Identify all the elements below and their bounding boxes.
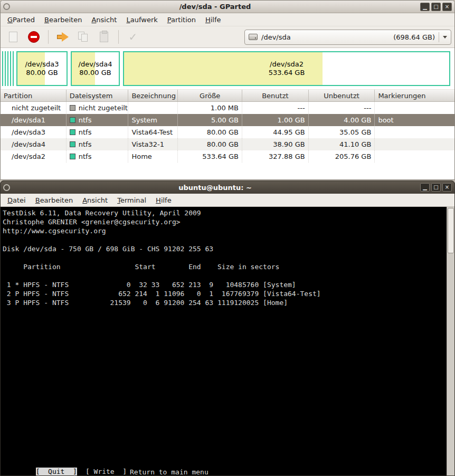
delete-icon <box>28 31 40 43</box>
cell-used: 1.00 GB <box>242 114 309 126</box>
cell-filesystem: ntfs <box>79 116 92 124</box>
device-size: (698.64 GB) <box>393 33 435 41</box>
cell-unused: 35.05 GB <box>309 126 375 138</box>
terminal-line: Partition Start End Size in sectors <box>3 262 445 271</box>
partition-box-sda3[interactable]: /dev/sda3 80.00 GB <box>16 51 68 86</box>
table-row[interactable]: nicht zugeteilt nicht zugeteilt 1.00 MB … <box>1 102 454 114</box>
menu-bearbeiten[interactable]: Bearbeiten <box>40 14 87 25</box>
table-row[interactable]: /dev/sda4 ntfs Vista32-1 80.00 GB 38.90 … <box>1 138 454 150</box>
cell-flags <box>375 150 454 163</box>
menu-ansicht[interactable]: Ansicht <box>78 195 112 206</box>
menu-gparted[interactable]: GParted <box>3 14 40 25</box>
cell-label: System <box>128 114 178 126</box>
table-row-selected[interactable]: /dev/sda1 ntfs System 5.00 GB 1.00 GB 4.… <box>1 114 454 126</box>
terminal-scrollbar[interactable] <box>447 207 454 475</box>
toolbar-separator <box>118 30 119 44</box>
minimize-button[interactable]: ▁ <box>420 183 430 192</box>
cell-unused: 41.10 GB <box>309 138 375 150</box>
cell-label: Vista64-Test <box>128 126 178 138</box>
menu-hilfe[interactable]: Hilfe <box>201 14 226 25</box>
apply-check-icon: ✓ <box>129 32 138 42</box>
menu-bearbeiten[interactable]: Bearbeiten <box>31 195 78 206</box>
small-partitions-stripe[interactable] <box>2 51 15 86</box>
menu-ansicht[interactable]: Ansicht <box>87 14 121 25</box>
delete-partition-button[interactable] <box>24 28 43 46</box>
column-header-unbenutzt: Unbenutzt <box>309 90 375 102</box>
menu-partition[interactable]: Partition <box>163 14 201 25</box>
copy-button[interactable] <box>74 28 93 46</box>
terminal-line <box>3 271 445 280</box>
fs-color-swatch <box>70 141 75 147</box>
maximize-button[interactable]: □ <box>431 183 441 192</box>
table-row[interactable]: /dev/sda2 ntfs Home 533.64 GB 327.88 GB … <box>1 150 454 163</box>
maximize-button[interactable]: □ <box>431 3 441 11</box>
quit-button[interactable]: [ Quit ] <box>36 468 77 475</box>
cell-partition: /dev/sda4 <box>1 138 67 150</box>
window-menu-icon[interactable] <box>3 184 10 191</box>
partition-box-size: 533.64 GB <box>269 69 305 77</box>
terminal-line <box>3 253 445 262</box>
cell-flags <box>375 126 454 138</box>
column-header-groesse: Größe <box>178 90 242 102</box>
cell-label: Home <box>128 150 178 163</box>
terminal-line: Christophe GRENIER <grenier@cgsecurity.o… <box>3 217 445 226</box>
fs-color-swatch <box>70 117 75 123</box>
cell-size: 80.00 GB <box>178 138 242 150</box>
toolbar-separator <box>48 30 49 44</box>
close-button[interactable]: × <box>442 183 452 192</box>
gparted-window: /dev/sda - GParted ▁ □ × GParted Bearbei… <box>0 0 455 180</box>
menu-terminal[interactable]: Terminal <box>112 195 151 206</box>
cell-unused: 205.76 GB <box>309 150 375 163</box>
partition-box-name: /dev/sda4 <box>79 60 112 69</box>
cell-unused: 4.00 GB <box>309 114 375 126</box>
terminal-screen[interactable]: TestDisk 6.11, Data Recovery Utility, Ap… <box>1 207 454 475</box>
cell-label <box>128 102 178 114</box>
minimize-button[interactable]: ▁ <box>420 3 430 11</box>
partition-box-size: 80.00 GB <box>79 69 111 77</box>
cell-used: --- <box>242 102 309 114</box>
menu-datei[interactable]: Datei <box>3 195 31 206</box>
fs-color-swatch <box>70 129 75 135</box>
cell-label: Vista32-1 <box>128 138 178 150</box>
copy-icon <box>78 32 89 42</box>
terminal-menubar: Datei Bearbeiten Ansicht Terminal Hilfe <box>1 194 454 207</box>
apply-button[interactable]: ✓ <box>124 28 143 46</box>
resize-move-button[interactable] <box>53 28 72 46</box>
cell-filesystem: ntfs <box>79 140 92 148</box>
device-selector[interactable]: /dev/sda (698.64 GB) <box>244 30 451 45</box>
terminal-line: 3 P HPFS - NTFS 21539 0 6 91200 254 63 1… <box>3 298 445 307</box>
terminal-window: ubuntu@ubuntu: ~ ▁ □ × Datei Bearbeiten … <box>0 180 455 476</box>
drive-icon <box>249 34 258 40</box>
cell-used: 38.90 GB <box>242 138 309 150</box>
partition-box-name: /dev/sda3 <box>25 60 59 69</box>
column-header-benutzt: Benutzt <box>242 90 309 102</box>
column-header-dateisystem: Dateisystem <box>67 90 129 102</box>
fs-color-swatch <box>70 154 75 159</box>
menu-hilfe[interactable]: Hilfe <box>151 195 176 206</box>
scrollbar-thumb[interactable] <box>448 208 454 253</box>
new-partition-icon <box>9 32 17 42</box>
testdisk-hint: Return to main menu <box>130 468 208 476</box>
terminal-window-title: ubuntu@ubuntu: ~ <box>12 184 418 192</box>
new-partition-button[interactable] <box>4 28 23 46</box>
close-button[interactable]: × <box>442 3 452 11</box>
terminal-line: Disk /dev/sda - 750 GB / 698 GiB - CHS 9… <box>3 244 445 253</box>
cell-size: 5.00 GB <box>178 114 242 126</box>
cell-used: 44.95 GB <box>242 126 309 138</box>
cell-partition: /dev/sda2 <box>1 150 67 163</box>
cell-filesystem: ntfs <box>79 128 92 136</box>
partition-box-sda4[interactable]: /dev/sda4 80.00 GB <box>71 51 120 86</box>
paste-button[interactable] <box>94 28 113 46</box>
terminal-line: 2 P HPFS - NTFS 652 214 1 11096 0 1 1677… <box>3 289 445 298</box>
window-menu-icon[interactable] <box>3 3 10 10</box>
gparted-window-title: /dev/sda - GParted <box>12 3 418 11</box>
menu-laufwerk[interactable]: Laufwerk <box>121 14 162 25</box>
partition-box-size: 80.00 GB <box>26 69 58 77</box>
window-controls: ▁ □ × <box>420 3 452 11</box>
terminal-titlebar[interactable]: ubuntu@ubuntu: ~ ▁ □ × <box>1 181 454 194</box>
paste-icon <box>100 32 108 42</box>
write-button[interactable]: [ Write ] <box>86 468 127 475</box>
table-row[interactable]: /dev/sda3 ntfs Vista64-Test 80.00 GB 44.… <box>1 126 454 138</box>
gparted-titlebar[interactable]: /dev/sda - GParted ▁ □ × <box>1 1 454 13</box>
partition-box-sda2[interactable]: /dev/sda2 533.64 GB <box>123 51 450 86</box>
